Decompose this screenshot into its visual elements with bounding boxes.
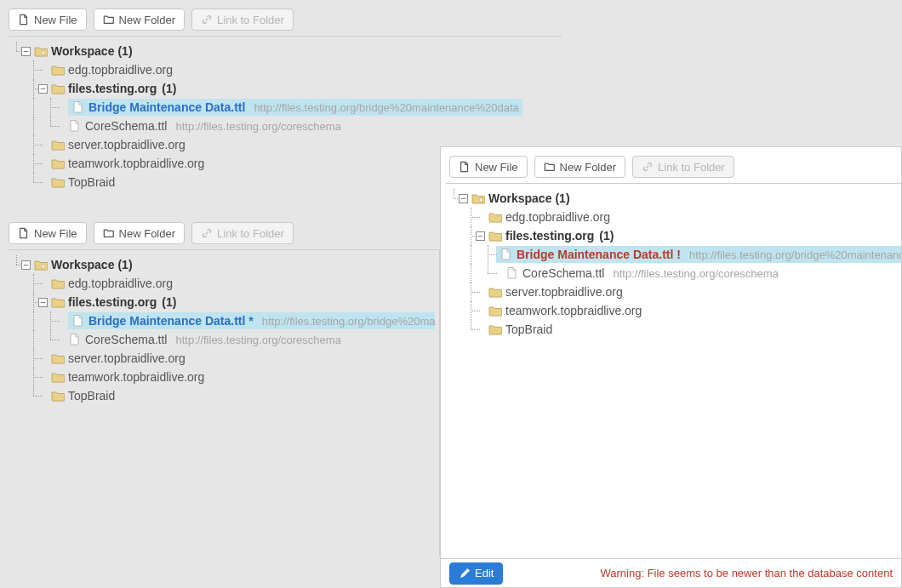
tree-item-coreschema[interactable]: CoreSchema.ttl http://files.testing.org/… bbox=[9, 330, 439, 349]
tree-item-files-testing[interactable]: – files.testing.org (1) bbox=[446, 226, 901, 245]
tree-uri: http://files.testing.org/coreschema bbox=[613, 267, 778, 280]
new-folder-button[interactable]: New Folder bbox=[94, 222, 185, 244]
edit-button[interactable]: Edit bbox=[449, 562, 503, 585]
folder-fill-icon bbox=[51, 63, 65, 77]
tree-label: Workspace bbox=[51, 44, 114, 58]
tree-label: TopBraid bbox=[68, 389, 115, 402]
tree-item-files-testing[interactable]: – files.testing.org (1) bbox=[9, 79, 562, 98]
toolbar: New File New Folder Link to Folder bbox=[441, 147, 901, 183]
link-icon bbox=[201, 14, 213, 26]
folder-icon bbox=[103, 227, 115, 239]
doc-icon bbox=[71, 314, 85, 328]
folder-fill-icon bbox=[488, 323, 502, 336]
link-to-folder-label: Link to Folder bbox=[217, 14, 284, 26]
tree-item-bridge[interactable]: Bridge Maintenance Data.ttl ! http://fil… bbox=[446, 245, 901, 264]
collapse-toggle[interactable]: – bbox=[38, 298, 48, 307]
collapse-toggle[interactable]: – bbox=[459, 194, 468, 203]
new-folder-label: New Folder bbox=[119, 14, 175, 26]
tree-item-edg[interactable]: edg.topbraidlive.org bbox=[9, 274, 439, 293]
tree-item-teamwork[interactable]: teamwork.topbraidlive.org bbox=[446, 301, 901, 320]
tree-item-teamwork[interactable]: teamwork.topbraidlive.org bbox=[9, 368, 439, 386]
doc-icon bbox=[505, 266, 519, 280]
folder-special-icon bbox=[471, 191, 485, 205]
tree-uri: http://files.testing.org/coreschema bbox=[175, 334, 340, 346]
tree-label: server.topbraidlive.org bbox=[68, 351, 186, 365]
tree-item-bridge[interactable]: Bridge Maintenance Data.ttl http://files… bbox=[9, 98, 562, 117]
tree-item-server[interactable]: server.topbraidlive.org bbox=[9, 349, 439, 368]
tree-item-topbraid[interactable]: TopBraid bbox=[9, 386, 439, 405]
tree-count: (1) bbox=[555, 191, 569, 205]
new-file-button[interactable]: New File bbox=[449, 156, 528, 178]
folder-fill-icon bbox=[51, 157, 65, 170]
tree-uri: http://files.testing.org/bridge%20ma bbox=[262, 315, 436, 328]
link-to-folder-button: Link to Folder bbox=[632, 156, 734, 178]
file-icon bbox=[459, 161, 471, 173]
tree-uri: http://files.testing.org/coreschema bbox=[175, 120, 340, 133]
folder-fill-icon bbox=[51, 370, 65, 384]
new-folder-button[interactable]: New Folder bbox=[534, 156, 625, 178]
tree-item-server[interactable]: server.topbraidlive.org bbox=[446, 283, 901, 301]
tree-item-files-testing[interactable]: – files.testing.org (1) bbox=[9, 293, 439, 311]
panel-bottom-left: New File New Folder Link to Folder – Wor… bbox=[0, 214, 440, 588]
tree-item-edg[interactable]: edg.topbraidlive.org bbox=[446, 208, 901, 226]
tree-label: files.testing.org bbox=[505, 229, 594, 243]
tree-label: Bridge Maintenance Data.ttl bbox=[88, 100, 245, 114]
tree-bottom-left: – Workspace (1) edg.topbraidlive.org – f… bbox=[9, 249, 440, 556]
folder-special-icon bbox=[34, 44, 48, 58]
doc-icon bbox=[71, 100, 85, 114]
tree-root[interactable]: – Workspace (1) bbox=[9, 42, 562, 60]
tree-count: (1) bbox=[117, 258, 132, 271]
folder-fill-icon bbox=[488, 285, 502, 299]
folder-fill-icon bbox=[51, 277, 65, 290]
tree-uri: http://files.testing.org/bridge%20mainte… bbox=[689, 248, 901, 261]
folder-fill-icon bbox=[51, 389, 65, 402]
tree-item-edg[interactable]: edg.topbraidlive.org bbox=[9, 60, 562, 79]
bottom-bar: Edit Warning: File seems to be newer tha… bbox=[441, 558, 901, 587]
edit-label: Edit bbox=[475, 568, 494, 579]
tree-label: Bridge Maintenance Data.ttl ! bbox=[517, 248, 681, 261]
tree-label: server.topbraidlive.org bbox=[68, 138, 186, 151]
new-file-label: New File bbox=[34, 14, 77, 26]
tree-label: CoreSchema.ttl bbox=[85, 333, 167, 346]
folder-fill-icon bbox=[51, 175, 65, 189]
new-file-label: New File bbox=[34, 228, 77, 239]
link-to-folder-button: Link to Folder bbox=[191, 9, 294, 31]
folder-fill-icon bbox=[51, 138, 65, 151]
new-file-button[interactable]: New File bbox=[9, 9, 87, 31]
tree-count: (1) bbox=[162, 82, 176, 95]
tree-label: CoreSchema.ttl bbox=[85, 119, 167, 133]
tree-item-coreschema[interactable]: CoreSchema.ttl http://files.testing.org/… bbox=[446, 264, 901, 283]
collapse-toggle[interactable]: – bbox=[21, 47, 31, 56]
folder-fill-icon bbox=[488, 229, 502, 243]
tree-count: (1) bbox=[599, 229, 614, 243]
tree-label: teamwork.topbraidlive.org bbox=[505, 304, 642, 317]
link-to-folder-label: Link to Folder bbox=[658, 162, 725, 173]
tree-item-bridge[interactable]: Bridge Maintenance Data.ttl * http://fil… bbox=[9, 311, 439, 330]
tree-root[interactable]: – Workspace (1) bbox=[9, 255, 439, 274]
folder-icon bbox=[544, 161, 556, 173]
tree-label: CoreSchema.ttl bbox=[522, 266, 604, 280]
toolbar: New File New Folder Link to Folder bbox=[0, 214, 440, 249]
tree-label: TopBraid bbox=[505, 323, 552, 336]
tree-label: Workspace bbox=[488, 191, 551, 205]
collapse-toggle[interactable]: – bbox=[38, 84, 48, 94]
collapse-toggle[interactable]: – bbox=[21, 260, 31, 270]
tree-count: (1) bbox=[117, 44, 132, 58]
new-file-button[interactable]: New File bbox=[9, 222, 87, 244]
collapse-toggle[interactable]: – bbox=[476, 231, 485, 241]
folder-fill-icon bbox=[51, 351, 65, 365]
tree-label: server.topbraidlive.org bbox=[505, 285, 623, 299]
tree-root[interactable]: – Workspace (1) bbox=[446, 189, 901, 208]
tree-item-coreschema[interactable]: CoreSchema.ttl http://files.testing.org/… bbox=[9, 117, 562, 135]
tree-label: Workspace bbox=[51, 258, 114, 271]
folder-fill-icon bbox=[51, 295, 65, 309]
tree-label: Bridge Maintenance Data.ttl * bbox=[88, 314, 254, 328]
pencil-icon bbox=[459, 568, 471, 579]
new-folder-button[interactable]: New Folder bbox=[94, 9, 185, 31]
tree-item-topbraid[interactable]: TopBraid bbox=[446, 320, 901, 339]
file-icon bbox=[18, 14, 30, 26]
doc-icon bbox=[68, 119, 82, 133]
doc-icon bbox=[500, 248, 513, 261]
tree-right: – Workspace (1) edg.topbraidlive.org – f… bbox=[446, 183, 901, 347]
link-to-folder-button: Link to Folder bbox=[191, 222, 294, 244]
